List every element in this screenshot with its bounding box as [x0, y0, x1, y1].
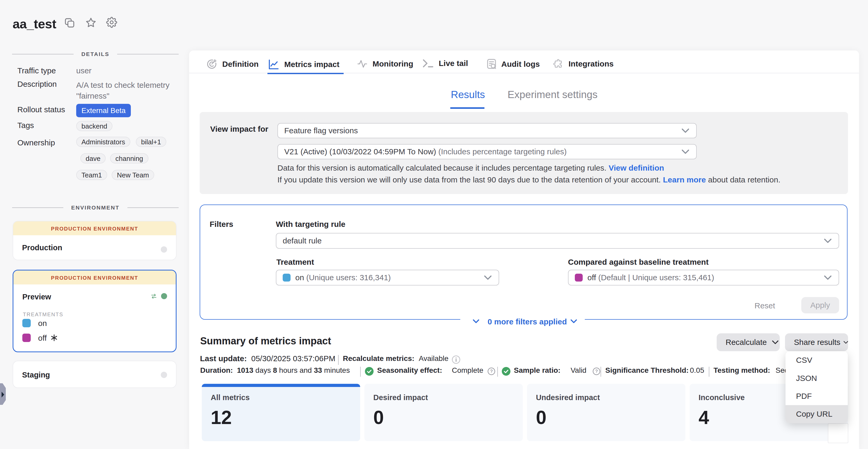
svg-text:?: ? [490, 369, 493, 373]
svg-text:?: ? [595, 369, 598, 373]
